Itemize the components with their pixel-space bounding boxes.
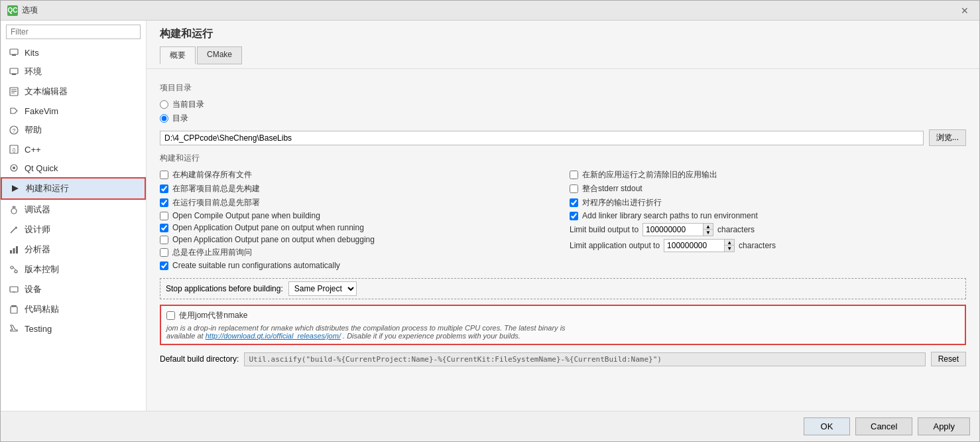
svg-text:?: ? (12, 127, 15, 134)
cb-merge-stderr-input[interactable] (570, 184, 578, 193)
limit-app-spinner: ▲ ▼ (664, 239, 735, 252)
cb-jom-input[interactable] (166, 311, 175, 320)
default-build-input[interactable] (244, 352, 925, 366)
radio-dir[interactable]: 目录 (160, 113, 966, 124)
dialog-body: Kits 环境 文本编辑器 (1, 21, 979, 411)
cb-add-linker-paths-input[interactable] (570, 212, 578, 220)
sidebar-item-cpp-label: C++ (25, 145, 41, 155)
cb-create-run-configs-input[interactable] (160, 261, 168, 270)
cb-open-app-output-debug[interactable]: Open Application Output pane on output w… (160, 235, 556, 244)
cb-merge-stderr-label: 整合stderr stdout (582, 183, 643, 194)
text-editor-icon (9, 86, 19, 97)
sidebar-item-fakevim-label: FakeVim (25, 106, 58, 116)
cb-clear-app-output[interactable]: 在新的应用运行之前清除旧的应用输出 (570, 169, 966, 181)
svg-marker-8 (11, 108, 17, 113)
testing-icon (9, 323, 19, 334)
sidebar-item-debug[interactable]: 调试器 (1, 200, 146, 220)
close-button[interactable]: ✕ (957, 4, 973, 17)
cb-save-before-build[interactable]: 在构建前保存所有文件 (160, 169, 556, 181)
cb-wrap-output-label: 对程序的输出进行折行 (582, 197, 662, 208)
build-run-section-label: 构建和运行 (160, 153, 966, 164)
cb-open-compile-output[interactable]: Open Compile Output pane when building (160, 211, 556, 220)
cb-ask-before-stop-input[interactable] (160, 248, 168, 257)
sidebar-item-qt-quick[interactable]: Qt Quick (1, 159, 146, 177)
cb-open-compile-output-input[interactable] (160, 212, 168, 220)
tabs: 概要 CMake (160, 46, 966, 64)
sidebar-item-version-control-label: 版本控制 (25, 263, 59, 275)
page-title: 构建和运行 (160, 27, 966, 41)
jom-desc1: jom is a drop-in replacement for nmake w… (166, 324, 566, 332)
sidebar-item-build-run[interactable]: 构建和运行 (1, 177, 146, 200)
svg-point-16 (11, 208, 17, 214)
sidebar-item-version-control[interactable]: 版本控制 (1, 259, 146, 279)
limit-build-spin-down[interactable]: ▼ (704, 230, 713, 236)
limit-build-row: Limit build output to ▲ ▼ characters (570, 223, 966, 236)
sidebar-item-testing[interactable]: Testing (1, 319, 146, 338)
cancel-button[interactable]: Cancel (855, 417, 912, 435)
browse-button[interactable]: 浏览... (929, 129, 966, 146)
svg-point-24 (11, 266, 13, 269)
sidebar-item-help[interactable]: ? 帮助 (1, 120, 146, 140)
cpp-icon: {} (9, 144, 19, 155)
sidebar-item-fakevim[interactable]: FakeVim (1, 102, 146, 120)
svg-line-19 (11, 228, 16, 233)
sidebar-item-designer[interactable]: 设计师 (1, 220, 146, 240)
cb-open-compile-output-label: Open Compile Output pane when building (172, 211, 320, 220)
jom-link[interactable]: http://download.qt.io/official_releases/… (206, 332, 341, 340)
limit-app-spin-down[interactable]: ▼ (725, 246, 734, 252)
cb-always-deploy-input[interactable] (160, 198, 168, 207)
fakevim-icon (9, 106, 19, 116)
stop-apps-select[interactable]: Same Project All None (288, 281, 357, 296)
cb-open-app-output-debug-input[interactable] (160, 236, 168, 244)
reset-button[interactable]: Reset (931, 352, 966, 366)
cb-ask-before-stop-label: 总是在停止应用前询问 (172, 247, 252, 258)
cb-always-prebuild-input[interactable] (160, 184, 168, 193)
cb-create-run-configs[interactable]: Create suitable run configurations autom… (160, 261, 556, 270)
tab-cmake[interactable]: CMake (197, 46, 242, 64)
svg-rect-30 (11, 307, 17, 313)
cb-clear-app-output-input[interactable] (570, 171, 578, 179)
svg-text:{}: {} (13, 147, 16, 153)
sidebar-item-text-editor[interactable]: 文本编辑器 (1, 82, 146, 102)
cb-always-deploy[interactable]: 在运行项目前总是先部署 (160, 197, 556, 208)
radio-current-dir-input[interactable] (160, 100, 168, 109)
designer-icon (9, 224, 19, 235)
cb-open-app-output-run-input[interactable] (160, 224, 168, 232)
help-icon: ? (9, 125, 19, 135)
cb-wrap-output[interactable]: 对程序的输出进行折行 (570, 197, 966, 208)
sidebar-item-kits[interactable]: Kits (1, 43, 146, 62)
limit-app-spin-up[interactable]: ▲ (725, 240, 734, 246)
dir-input[interactable] (160, 131, 924, 145)
cb-ask-before-stop[interactable]: 总是在停止应用前询问 (160, 247, 556, 258)
jom-desc2: available at (166, 332, 204, 340)
cb-open-app-output-run[interactable]: Open Application Output pane on output w… (160, 223, 556, 232)
radio-current-dir[interactable]: 当前目录 (160, 99, 966, 110)
sidebar-item-cpp[interactable]: {} C++ (1, 140, 146, 159)
ok-button[interactable]: OK (804, 417, 850, 435)
cb-always-prebuild[interactable]: 在部署项目前总是先构建 (160, 183, 556, 194)
devices-icon (9, 284, 19, 295)
apply-button[interactable]: Apply (918, 417, 970, 435)
filter-input[interactable] (6, 25, 141, 39)
sidebar-item-devices[interactable]: 设备 (1, 279, 146, 299)
radio-dir-input[interactable] (160, 114, 168, 123)
sidebar-item-code-paste[interactable]: 代码粘贴 (1, 299, 146, 319)
cb-save-before-build-input[interactable] (160, 171, 168, 179)
cb-add-linker-paths[interactable]: Add linker library search paths to run e… (570, 211, 966, 220)
limit-app-input[interactable] (664, 240, 724, 252)
cb-wrap-output-input[interactable] (570, 198, 578, 207)
sidebar-item-env[interactable]: 环境 (1, 62, 146, 82)
right-checkboxes: 在新的应用运行之前清除旧的应用输出 整合stderr stdout 对程序的输出… (570, 169, 966, 273)
sidebar-item-analyzer[interactable]: 分析器 (1, 240, 146, 259)
cb-merge-stderr[interactable]: 整合stderr stdout (570, 183, 966, 194)
dialog-footer: OK Cancel Apply (1, 411, 979, 441)
cb-jom[interactable]: 使用jom代替nmake (166, 310, 959, 321)
left-checkboxes: 在构建前保存所有文件 在部署项目前总是先构建 在运行项目前总是先部署 (160, 169, 556, 273)
tab-overview[interactable]: 概要 (160, 46, 196, 64)
main-header: 构建和运行 概要 CMake (147, 21, 979, 69)
svg-point-14 (13, 167, 15, 169)
limit-build-spin-up[interactable]: ▲ (704, 224, 713, 230)
radio-dir-label: 目录 (172, 113, 188, 124)
limit-build-input[interactable] (643, 224, 703, 236)
cb-save-before-build-label: 在构建前保存所有文件 (172, 169, 252, 181)
